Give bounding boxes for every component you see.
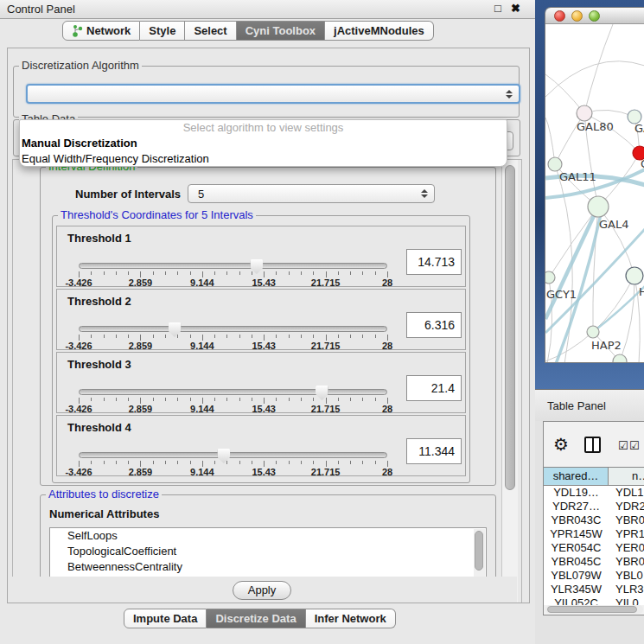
table-row[interactable]: YBL079WYBL0 [544, 569, 644, 583]
network-edge-highlighted [593, 286, 644, 332]
cell-name[interactable]: YDL1 [609, 486, 644, 500]
tab-select[interactable]: Select [185, 21, 236, 41]
threshold-value-input[interactable]: 21.4 [406, 375, 462, 401]
cell-shared-name[interactable]: YDL19… [544, 486, 609, 500]
algorithm-combobox[interactable] [26, 84, 520, 104]
network-node-gal11[interactable] [548, 157, 562, 171]
settings-vertical-scrollbar[interactable] [501, 160, 518, 603]
network-canvas[interactable]: GAL80GACGAL11GAL4GCY1HHAP2 [545, 24, 644, 363]
table-horizontal-scrollbar[interactable] [545, 605, 643, 614]
table-row[interactable]: YER054CYER0 [544, 541, 644, 555]
tab-jactivemnodules[interactable]: jActiveMNodules [325, 21, 434, 41]
network-node-gal80[interactable] [577, 105, 592, 121]
tab-label: Infer Network [315, 612, 386, 625]
apply-button[interactable]: Apply [233, 581, 291, 600]
threshold-value-input[interactable]: 6.316 [406, 312, 462, 338]
network-node-gal4[interactable] [588, 196, 609, 217]
cell-shared-name[interactable]: YBL079W [544, 569, 609, 583]
network-window-titlebar [545, 8, 644, 24]
scale-label: 2.859 [129, 341, 153, 351]
tick-mark [239, 398, 240, 401]
network-node-node-right-h[interactable] [626, 267, 643, 284]
scale-label: 9.144 [190, 341, 214, 351]
table-row[interactable]: YPR145WYPR1 [544, 527, 644, 541]
threshold-value-input[interactable]: 14.713 [406, 249, 462, 275]
cell-name[interactable]: YER0 [609, 541, 644, 555]
tick-mark [202, 461, 203, 467]
cell-shared-name[interactable]: YER054C [544, 541, 609, 555]
attribute-item[interactable]: SelfLoops [50, 528, 486, 544]
split-columns-icon[interactable] [584, 437, 601, 453]
cell-name[interactable]: YLR3 [609, 583, 644, 596]
threshold-slider[interactable] [79, 263, 387, 269]
checkbox-checked-icon[interactable]: ☑ [618, 439, 628, 452]
tick-mark [214, 335, 215, 338]
tick-mark [313, 398, 314, 401]
cell-name[interactable]: YIL0 [609, 596, 644, 605]
attribute-item[interactable]: BetweennessCentrality [50, 559, 486, 575]
table-row[interactable]: YBR043CYBR0 [544, 513, 644, 527]
float-window-icon[interactable]: □ [494, 2, 501, 15]
threshold-value-input[interactable]: 11.344 [406, 438, 462, 464]
tick-mark [276, 271, 277, 275]
mac-minimize-icon[interactable] [571, 10, 583, 22]
tick-mark [313, 271, 314, 275]
tab-style[interactable]: Style [140, 21, 185, 41]
table-panel-title: Table Panel [547, 399, 606, 412]
number-of-intervals-combobox[interactable]: 5 [188, 184, 435, 203]
cell-shared-name[interactable]: YIL052C [544, 596, 609, 605]
tab-infer-network[interactable]: Infer Network [306, 609, 396, 628]
algorithm-dropdown-popup: Select algorithm to view settings Manual… [19, 119, 507, 167]
tick-mark [387, 335, 388, 341]
mac-zoom-icon[interactable] [589, 10, 600, 22]
threshold-panel: Threshold 1 -3.4262.8599.14415.4321.7152… [56, 226, 466, 287]
cell-name[interactable]: YBR0 [609, 555, 644, 569]
tick-mark [375, 271, 376, 275]
tab-discretize-data[interactable]: Discretize Data [207, 609, 305, 628]
cell-shared-name[interactable]: YLR345W [544, 583, 609, 596]
cell-name[interactable]: YBL0 [609, 569, 644, 583]
scale-label: 9.144 [190, 467, 214, 477]
table-row[interactable]: YDL19…YDL1 [544, 486, 644, 500]
threshold-slider[interactable] [79, 389, 387, 395]
cyni-toolbox-panel: Discretization Algorithm Select algorith… [7, 48, 530, 603]
mac-close-icon[interactable] [554, 10, 565, 22]
dropdown-option[interactable]: Equal Width/Frequency Discretization [20, 151, 507, 167]
table-row[interactable]: YIL052CYIL0 [544, 596, 644, 605]
table-row[interactable]: YBR045CYBR0 [544, 555, 644, 569]
tab-network[interactable]: Network [62, 21, 140, 41]
tick-mark [214, 461, 215, 464]
cell-name[interactable]: YPR1 [609, 527, 644, 541]
cell-name[interactable]: YDR2 [609, 500, 644, 513]
scrollbar-thumb[interactable] [505, 165, 515, 490]
scrollbar-thumb[interactable] [547, 606, 637, 613]
column-header-name[interactable]: n… [609, 468, 644, 485]
tab-cyni-toolbox[interactable]: Cyni Toolbox [237, 21, 325, 41]
table-row[interactable]: YLR345WYLR3 [544, 583, 644, 596]
close-icon[interactable]: ✖ [511, 2, 520, 15]
checkbox-checked-icon[interactable]: ☑ [629, 439, 640, 452]
table-header-row: shared… n… [544, 467, 644, 486]
scale-label: 9.144 [190, 404, 214, 414]
threshold-panel: Threshold 3 -3.4262.8599.14415.4321.7152… [56, 352, 466, 413]
column-header-shared-name[interactable]: shared… [544, 468, 609, 485]
cell-shared-name[interactable]: YPR145W [544, 527, 609, 541]
cell-shared-name[interactable]: YBR043C [544, 513, 609, 527]
gear-icon[interactable]: ⚙ [553, 434, 569, 455]
network-edge [584, 24, 613, 113]
network-node-gcy1[interactable] [545, 271, 555, 284]
tick-mark [226, 461, 227, 464]
network-node-node-bottom[interactable] [613, 354, 627, 363]
network-node-hap2[interactable] [587, 326, 599, 338]
dropdown-option[interactable]: Manual Discretization [20, 136, 507, 151]
threshold-slider[interactable] [79, 326, 387, 332]
attribute-item[interactable]: TopologicalCoefficient [50, 544, 486, 559]
threshold-slider[interactable] [79, 452, 387, 458]
cell-shared-name[interactable]: YBR045C [544, 555, 609, 569]
tab-impute-data[interactable]: Impute Data [124, 609, 207, 628]
attribute-list-scrollbar[interactable] [474, 529, 485, 577]
cell-shared-name[interactable]: YDR27… [544, 500, 609, 513]
cell-name[interactable]: YBR0 [609, 513, 644, 527]
scrollbar-thumb[interactable] [475, 531, 483, 571]
table-row[interactable]: YDR27…YDR2 [544, 500, 644, 513]
